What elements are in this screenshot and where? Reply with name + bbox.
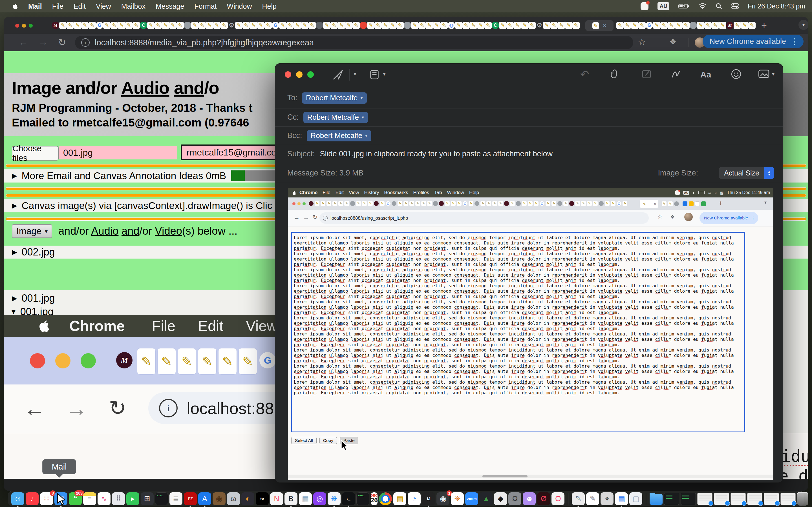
tab-favicon[interactable]: [690, 22, 697, 29]
screenshot-textarea[interactable]: Lorem ipsum dolor sit amet, consectetur …: [291, 232, 745, 432]
stepper-icon[interactable]: ▴▾: [764, 167, 774, 179]
dock-icon-handbrake[interactable]: Ω: [508, 492, 521, 505]
menu-item-edit[interactable]: Edit: [73, 2, 86, 10]
tab-favicon[interactable]: ✎: [616, 22, 624, 29]
tab-favicon[interactable]: ✎: [169, 22, 176, 29]
dock-icon-screen-record[interactable]: ◉1: [437, 492, 449, 505]
and-link[interactable]: and: [121, 225, 139, 237]
dock-icon-zoom[interactable]: zoom: [465, 492, 478, 505]
tab-favicon[interactable]: ✎: [477, 22, 485, 29]
menu-item-file[interactable]: File: [322, 190, 330, 195]
tab-favicon[interactable]: ✎: [712, 22, 719, 29]
dock-icon-earth[interactable]: ▲: [479, 492, 493, 505]
menu-item-history[interactable]: History: [364, 190, 379, 195]
apple-logo-icon[interactable]: [12, 2, 18, 10]
tab-favicon[interactable]: M: [726, 22, 733, 29]
tab-favicon[interactable]: ✎: [411, 22, 418, 29]
dock-icon-podcasts[interactable]: ◎: [313, 492, 326, 505]
photo-browser-icon[interactable]: [758, 68, 771, 80]
dock-icon-finder[interactable]: ☺: [11, 492, 24, 505]
dock-icon-preview[interactable]: ▦: [299, 492, 312, 505]
tab-favicon[interactable]: ✎: [624, 22, 631, 29]
emoji-icon[interactable]: [730, 68, 742, 80]
menu-items[interactable]: FileEditViewMailboxMessageFormatWindowHe…: [52, 2, 276, 10]
tab-favicon[interactable]: ✎: [418, 22, 426, 29]
new-tab-button[interactable]: +: [761, 20, 767, 31]
scrollbar-thumb[interactable]: [483, 475, 527, 477]
dock-icon-pencil-tool[interactable]: ✎: [572, 492, 585, 505]
attached-screenshot[interactable]: Chrome FileEditViewHistoryBookmarksProfi…: [288, 188, 773, 480]
media-select[interactable]: Image▾: [12, 224, 52, 238]
tab-favicon[interactable]: M: [52, 22, 59, 29]
send-icon[interactable]: [332, 69, 344, 80]
tab-favicon[interactable]: ✎: [528, 22, 536, 29]
undo-icon[interactable]: ↶: [580, 68, 589, 80]
subject-field[interactable]: Subject: Slide 001.jpg in clipboard read…: [275, 145, 783, 163]
zoom-window-button[interactable]: [307, 71, 314, 78]
tab-favicon[interactable]: ✎: [338, 22, 345, 29]
tab-favicon[interactable]: [184, 22, 191, 29]
site-info-icon[interactable]: i: [81, 38, 90, 47]
tab-favicon[interactable]: ✎: [154, 22, 162, 29]
bcc-field[interactable]: Bcc: Robert Metcalfe▾: [275, 126, 783, 145]
menu-item-format[interactable]: Format: [194, 2, 216, 10]
tab-favicon[interactable]: ✎: [565, 22, 572, 29]
tab-favicon[interactable]: ✎: [206, 22, 213, 29]
tab-favicon[interactable]: ✎: [396, 22, 404, 29]
disclosure-triangle-icon[interactable]: ▶: [12, 248, 17, 256]
dock-icon-opera[interactable]: O: [552, 492, 564, 505]
tab-favicon[interactable]: ✎: [199, 22, 206, 29]
dock-icon-minimized-window[interactable]: [714, 493, 729, 505]
attach-icon[interactable]: [610, 68, 620, 80]
markup-icon[interactable]: [641, 68, 652, 80]
image-size-select[interactable]: Actual Size ▴▾: [719, 167, 774, 179]
dock-icon-inkscape[interactable]: ◆: [494, 492, 507, 505]
tab-favicon[interactable]: ✎: [470, 22, 477, 29]
and-link[interactable]: and: [174, 78, 204, 98]
dock-icon-quicktime[interactable]: ◔: [408, 492, 421, 505]
dock-icon-launchpad[interactable]: ⠿: [112, 492, 125, 505]
tab-favicon[interactable]: ◍: [448, 22, 455, 29]
tab-favicon[interactable]: ✎: [506, 22, 514, 29]
tab-favicon[interactable]: G: [646, 22, 653, 29]
tab-favicon[interactable]: ✎: [294, 22, 301, 29]
tab-favicon[interactable]: ✎: [733, 22, 741, 29]
tab-favicon[interactable]: G: [272, 22, 279, 29]
close-window-button[interactable]: [15, 24, 19, 27]
dock-icon-safari[interactable]: ❋: [327, 492, 341, 505]
tab-favicon[interactable]: ✎: [66, 22, 74, 29]
clock[interactable]: Fri 26 Dec 8:43 pm: [748, 2, 805, 10]
minimize-window-button[interactable]: [296, 71, 303, 78]
tab-favicon[interactable]: ✎: [441, 22, 448, 29]
dock-icon-textedit[interactable]: ≣: [169, 492, 183, 505]
tab-favicon[interactable]: ✎: [462, 22, 470, 29]
choose-files-button[interactable]: Choose files: [12, 146, 59, 161]
tab-favicon[interactable]: ✎: [485, 22, 492, 29]
tab-favicon[interactable]: ✎: [748, 22, 756, 29]
tab-favicon[interactable]: [360, 22, 367, 29]
tab-favicon[interactable]: ✎: [352, 22, 360, 29]
email-input[interactable]: rmetcalfe15@gmail.com: [181, 145, 278, 160]
tab-favicon[interactable]: ✎: [331, 22, 338, 29]
close-tab-icon[interactable]: ×: [603, 22, 607, 29]
tab-favicon[interactable]: ✎: [382, 22, 389, 29]
search-icon[interactable]: [716, 3, 722, 10]
tab-favicon[interactable]: ✎: [125, 22, 133, 29]
dock-icon-downloads-folder[interactable]: [650, 494, 663, 505]
dock-icon-news[interactable]: N: [270, 492, 283, 505]
control-center-icon[interactable]: [731, 3, 739, 9]
dock-icon-chrome[interactable]: [379, 492, 392, 505]
dock-icon-leather-app[interactable]: ◉: [213, 492, 225, 505]
dock-icon-pixelmator[interactable]: ❉: [451, 492, 464, 505]
scrollbar-track[interactable]: [288, 474, 773, 478]
menu-item-window[interactable]: Window: [447, 190, 464, 195]
active-tab[interactable]: ✎ ×: [585, 20, 613, 31]
dock-icon-firefox[interactable]: ◐: [241, 492, 254, 505]
tab-favicon[interactable]: ✎: [176, 22, 184, 29]
menu-item-edit[interactable]: Edit: [336, 190, 344, 195]
tab-favicon[interactable]: ✎: [81, 22, 89, 29]
tab-favicon[interactable]: [316, 22, 323, 29]
tab-favicon[interactable]: C: [492, 22, 499, 29]
dock-icon-minimized-window-dark[interactable]: [680, 493, 696, 505]
dock-icon-minimized-window[interactable]: [764, 493, 779, 505]
